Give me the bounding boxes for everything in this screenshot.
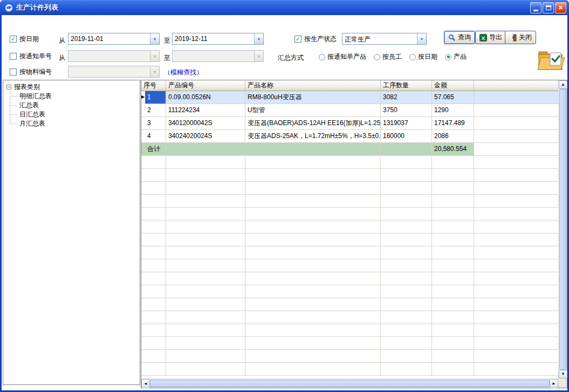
scroll-right-icon[interactable]: ► — [550, 379, 558, 388]
minimize-button[interactable] — [530, 2, 541, 13]
table-row[interactable]: 3 34012000042S 变压器(BAOER)ADS-12AH EE16(加… — [141, 117, 558, 130]
cell-name: U型管 — [245, 104, 381, 117]
by-date-checkbox[interactable]: ✓ 按日期 — [10, 35, 39, 44]
cell-amount: 57.065 — [432, 91, 474, 104]
radio-by-date[interactable]: 按日期 — [409, 52, 437, 61]
by-notice-checkbox[interactable]: 按通知单号 — [10, 52, 52, 61]
radio-by-product[interactable]: 产品 — [445, 52, 467, 61]
cell-code — [166, 143, 245, 156]
radio-circle-icon — [409, 54, 416, 60]
tree-item-detail-summary[interactable]: 明细汇总表 — [3, 92, 140, 101]
empty-rows-region — [141, 156, 558, 376]
empty-cell — [245, 169, 381, 182]
maximize-button[interactable] — [543, 2, 554, 13]
client-area: ✓ 按日期 从 2019-11-01 ▼ 至 2019-12-11 ▼ ✓ 按生… — [2, 15, 567, 390]
empty-cell — [245, 195, 381, 208]
close-form-button[interactable]: 关闭 — [505, 31, 536, 44]
empty-cell — [381, 311, 432, 324]
by-material-checkbox[interactable]: 按物料编号 — [10, 67, 52, 77]
notice-from-combo: ▼ — [68, 50, 160, 62]
empty-cell — [141, 324, 145, 337]
tree-item-summary[interactable]: 汇总表 — [3, 101, 140, 110]
by-status-label: 按生产状态 — [304, 35, 337, 44]
export-button[interactable]: X 导出 — [475, 31, 506, 44]
tree-root-row[interactable]: − 报表类别 — [3, 82, 140, 92]
by-notice-label: 按通知单号 — [19, 52, 52, 61]
notice-to-label: 至 — [164, 53, 170, 63]
empty-cell — [145, 311, 166, 324]
empty-cell — [166, 298, 245, 311]
empty-cell — [141, 169, 145, 182]
dropdown-arrow-icon[interactable]: ▼ — [150, 33, 159, 44]
row-marker — [141, 143, 145, 156]
table-empty-row — [141, 324, 558, 337]
tree-item-monthly-summary[interactable]: 月汇总表 — [3, 119, 140, 128]
radio-by-notice-product[interactable]: 按通知单产品 — [319, 52, 366, 61]
table-row[interactable]: 2 111224234 U型管 3750 1290 — [141, 104, 558, 117]
table-row[interactable]: 4 34024020024S 变压器ADS-25AK，L=1.72mH±5%，H… — [141, 130, 558, 143]
empty-cell — [141, 208, 145, 221]
horizontal-scroll-thumb[interactable] — [150, 380, 550, 387]
vertical-scrollbar[interactable]: ▲ ▼ — [558, 80, 567, 379]
close-button[interactable]: × — [555, 2, 566, 13]
empty-cell — [145, 221, 166, 233]
empty-cell — [432, 182, 474, 195]
empty-cell — [166, 182, 245, 195]
table-empty-row — [141, 337, 558, 350]
empty-cell — [474, 233, 558, 246]
table-row[interactable]: ▶ 1 0.09.00.0526N RM8-800uH变压器 3082 57.0… — [141, 91, 558, 104]
empty-cell — [166, 324, 245, 337]
summary-mode-group: 按通知单产品 按员工 按日期 产品 — [319, 52, 467, 61]
cell-code: 34024020024S — [166, 130, 245, 143]
grid-body: ▶ 1 0.09.00.0526N RM8-800uH变压器 3082 57.0… — [141, 91, 558, 379]
empty-cell — [141, 233, 145, 246]
column-header-seq[interactable]: 序号 — [141, 80, 166, 91]
empty-cell — [145, 246, 166, 259]
checkbox-check-icon: ✓ — [10, 36, 17, 43]
scroll-up-icon[interactable]: ▲ — [559, 80, 567, 89]
tree-collapse-icon[interactable]: − — [6, 85, 11, 90]
empty-cell — [381, 363, 432, 376]
empty-cell — [141, 259, 145, 272]
empty-cell — [141, 311, 145, 324]
empty-cell — [474, 182, 558, 195]
empty-cell — [141, 221, 145, 233]
status-combo[interactable]: 正常生产 ▼ — [342, 33, 427, 45]
empty-cell — [145, 182, 166, 195]
empty-cell — [381, 156, 432, 169]
by-status-checkbox[interactable]: ✓ 按生产状态 — [294, 35, 337, 44]
query-button[interactable]: 查询 — [444, 31, 475, 44]
dropdown-arrow-icon[interactable]: ▼ — [254, 33, 263, 44]
empty-cell — [474, 324, 558, 337]
scroll-left-icon[interactable]: ◄ — [141, 379, 150, 388]
scroll-down-icon[interactable]: ▼ — [559, 370, 567, 379]
empty-cell — [166, 363, 245, 376]
dropdown-arrow-icon: ▼ — [150, 66, 159, 77]
horizontal-scrollbar[interactable]: ◄ ► — [141, 379, 558, 388]
empty-cell — [432, 221, 474, 233]
column-header-code[interactable]: 产品编号 — [166, 80, 245, 91]
column-header-amount[interactable]: 金额 — [432, 80, 474, 91]
radio-selected-icon — [445, 54, 451, 60]
empty-cell — [166, 285, 245, 298]
empty-cell — [381, 350, 432, 363]
column-header-name[interactable]: 产品名称 — [245, 80, 381, 91]
column-header-qty[interactable]: 工序数量 — [381, 80, 432, 91]
empty-cell — [145, 298, 166, 311]
date-from-combo[interactable]: 2019-11-01 ▼ — [68, 33, 160, 45]
empty-cell — [145, 156, 166, 169]
column-header-filler — [474, 80, 558, 91]
tree-item-daily-summary[interactable]: 日汇总表 — [3, 110, 140, 119]
empty-cell — [245, 324, 381, 337]
empty-cell — [474, 259, 558, 272]
vertical-scroll-thumb[interactable] — [559, 89, 566, 370]
radio-by-employee[interactable]: 按员工 — [374, 52, 402, 61]
material-combo: ▼ — [68, 66, 160, 78]
empty-cell — [474, 208, 558, 221]
material-value — [68, 66, 150, 77]
dropdown-arrow-icon[interactable]: ▼ — [417, 33, 426, 44]
cell-name: 变压器(BAOER)ADS-12AH EE16(加厚)L=1.25 自动 — [245, 117, 381, 130]
cell-name: 变压器ADS-25AK，L=1.72mH±5%，H=3.5±0.2m — [245, 130, 381, 143]
date-to-combo[interactable]: 2019-12-11 ▼ — [172, 33, 264, 45]
empty-cell — [166, 195, 245, 208]
